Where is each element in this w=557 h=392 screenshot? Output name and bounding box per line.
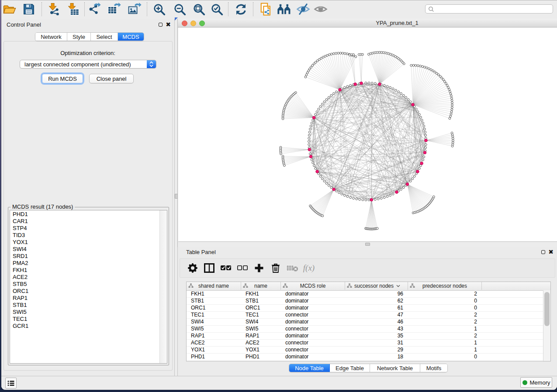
network-node[interactable] [330, 186, 332, 189]
column-header-successor-nodes[interactable]: successor nodes [345, 282, 408, 290]
memory-button[interactable]: Memory [520, 377, 552, 388]
network-node[interactable] [402, 186, 405, 189]
network-node[interactable] [323, 180, 325, 182]
network-leaf-node[interactable] [434, 71, 436, 73]
network-node[interactable] [407, 99, 409, 101]
minimize-window-icon[interactable] [190, 21, 196, 26]
network-node[interactable] [371, 82, 373, 84]
network-node[interactable] [392, 88, 394, 90]
network-leaf-node[interactable] [305, 74, 308, 76]
network-leaf-node[interactable] [322, 215, 324, 217]
network-leaf-node[interactable] [433, 196, 435, 198]
table-row[interactable]: SWI5SWI5connector431 [187, 325, 543, 333]
tab-edge-table[interactable]: Edge Table [330, 364, 370, 372]
delete-column-button[interactable] [267, 260, 284, 276]
network-node[interactable] [425, 144, 427, 146]
network-leaf-node[interactable] [368, 53, 370, 55]
export-table-button[interactable] [107, 2, 121, 16]
network-leaf-node[interactable] [282, 118, 284, 120]
network-leaf-node[interactable] [415, 65, 417, 67]
network-node[interactable] [380, 197, 382, 199]
network-node[interactable] [310, 125, 312, 127]
table-row[interactable]: TEC1TEC1connector472 [187, 311, 543, 319]
network-node[interactable] [398, 91, 400, 93]
network-node[interactable] [419, 113, 421, 116]
network-node[interactable] [386, 86, 388, 88]
mcds-result-item[interactable]: ORC1 [10, 288, 159, 295]
network-node[interactable] [419, 167, 421, 169]
split-columns-button[interactable] [201, 260, 218, 276]
network-leaf-node[interactable] [422, 65, 424, 68]
network-mcds-node[interactable] [423, 151, 426, 154]
deselect-all-button[interactable] [234, 260, 251, 276]
network-node[interactable] [389, 194, 391, 196]
column-header-shared-name[interactable]: shared name [187, 282, 241, 290]
network-leaf-node[interactable] [306, 72, 308, 74]
network-node[interactable] [325, 99, 328, 101]
network-leaf-node[interactable] [333, 53, 335, 55]
network-node[interactable] [413, 175, 415, 178]
network-leaf-node[interactable] [335, 52, 337, 55]
network-leaf-node[interactable] [451, 100, 453, 102]
network-node[interactable] [330, 94, 332, 96]
network-node[interactable] [395, 89, 397, 91]
network-mcds-node[interactable] [339, 88, 342, 91]
network-node[interactable] [346, 196, 349, 198]
network-node[interactable] [344, 194, 346, 196]
close-table-panel-icon[interactable]: ✖ [548, 250, 554, 254]
export-image-button[interactable] [127, 2, 142, 16]
network-node[interactable] [328, 184, 330, 186]
network-node[interactable] [383, 196, 385, 199]
network-leaf-node[interactable] [424, 66, 426, 68]
delete-table-button[interactable] [284, 260, 301, 276]
network-node[interactable] [425, 147, 427, 149]
network-node[interactable] [400, 188, 402, 190]
network-mcds-node[interactable] [360, 82, 363, 85]
network-node[interactable] [313, 165, 315, 167]
network-node[interactable] [423, 156, 425, 158]
mcds-result-item[interactable]: STB5 [10, 281, 159, 288]
close-panel-button[interactable]: Close panel [89, 74, 134, 83]
network-node[interactable] [356, 198, 358, 200]
network-node[interactable] [368, 199, 370, 201]
network-mcds-node[interactable] [354, 83, 357, 86]
float-panel-icon[interactable] [159, 23, 163, 27]
network-leaf-node[interactable] [432, 70, 434, 72]
network-node[interactable] [389, 86, 391, 89]
network-leaf-node[interactable] [450, 111, 453, 113]
network-node[interactable] [315, 113, 317, 116]
network-mcds-node[interactable] [378, 83, 381, 86]
network-node[interactable] [365, 82, 367, 84]
network-node[interactable] [311, 159, 313, 161]
network-node[interactable] [325, 182, 328, 185]
network-node[interactable] [319, 106, 322, 108]
network-node[interactable] [359, 198, 361, 200]
search-input[interactable] [434, 6, 553, 12]
network-mcds-node[interactable] [406, 183, 409, 186]
network-leaf-node[interactable] [315, 61, 317, 63]
network-node[interactable] [417, 111, 419, 113]
network-node[interactable] [321, 178, 323, 180]
network-node[interactable] [308, 144, 310, 146]
network-node[interactable] [311, 122, 313, 124]
network-leaf-node[interactable] [451, 109, 453, 111]
copy-network-button[interactable] [259, 2, 273, 16]
zoom-selected-button[interactable] [209, 2, 224, 16]
tab-select[interactable]: Select [91, 33, 118, 41]
add-column-button[interactable] [251, 260, 267, 276]
network-leaf-node[interactable] [449, 117, 451, 120]
function-builder-button[interactable]: f(x) [301, 260, 317, 276]
zoom-in-button[interactable] [152, 2, 166, 16]
network-node[interactable] [333, 93, 335, 95]
tab-motifs[interactable]: Motifs [420, 364, 447, 372]
network-leaf-node[interactable] [410, 64, 412, 66]
network-leaf-node[interactable] [349, 54, 351, 56]
network-leaf-node[interactable] [337, 52, 339, 54]
network-node[interactable] [409, 180, 412, 182]
network-leaf-node[interactable] [439, 76, 441, 78]
network-node[interactable] [338, 192, 340, 194]
network-mcds-node[interactable] [309, 155, 312, 158]
float-table-panel-icon[interactable] [541, 250, 545, 254]
optimization-criterion-select[interactable]: largest connected component (undirected) [20, 60, 156, 69]
mcds-result-item[interactable]: SWI4 [10, 246, 159, 253]
